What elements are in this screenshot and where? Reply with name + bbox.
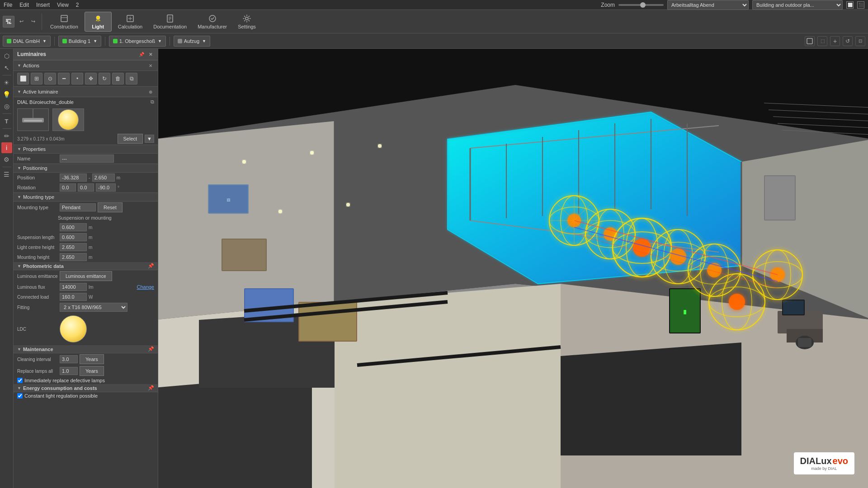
rotation-y-input[interactable] [78, 183, 94, 192]
undo-btn[interactable]: ↩ [16, 17, 26, 27]
luminous-flux-input[interactable] [60, 283, 87, 291]
panel-pin-btn[interactable]: 📌 [138, 51, 145, 58]
lt-list[interactable]: ☰ [1, 169, 12, 180]
select-arrow[interactable]: ▼ [145, 135, 154, 143]
actions-section-header[interactable]: ▼ Actions ✕ [14, 60, 158, 71]
connected-load-label: Connected load [17, 295, 58, 300]
room-selector[interactable]: Aufzug ▼ [174, 36, 210, 47]
positioning-header[interactable]: ▼ Positioning [14, 164, 158, 173]
action-circle-sq[interactable]: ⊙ [44, 73, 56, 84]
active-luminaire-header[interactable]: ▼ Active luminaire ⊕ [14, 86, 158, 97]
fitting-select[interactable]: 2 x T16 80W/965 [60, 303, 127, 312]
lt-edit[interactable]: ✏ [1, 131, 12, 141]
energy-header[interactable]: ▼ Energy consumption and costs 📌 [14, 384, 158, 392]
toolbar-manufacturer[interactable]: Manufacturer [193, 12, 231, 31]
svg-marker-23 [158, 374, 312, 488]
actions-options[interactable]: ✕ [147, 62, 154, 69]
floor-label: 1. Obergeschoß [119, 38, 155, 44]
susp-length-input[interactable] [60, 233, 87, 241]
replace-unit-btn[interactable]: Years [80, 366, 104, 376]
rotation-x-input[interactable] [60, 183, 76, 192]
cleaning-interval-input[interactable] [60, 355, 78, 363]
lt-bulb[interactable]: 💡 [1, 89, 12, 100]
lt-settings[interactable]: ⚙ [1, 154, 12, 165]
defective-lamps-checkbox[interactable] [17, 378, 23, 383]
lt-circle[interactable]: ◎ [1, 101, 12, 112]
panel-close-btn[interactable]: ✕ [147, 51, 154, 58]
maximize-icon[interactable]: ⬛ [857, 1, 864, 9]
building-selector[interactable]: Building 1 ▼ [58, 36, 101, 47]
maintenance-header[interactable]: ▼ Maintenance 📌 [14, 345, 158, 353]
position-y-input[interactable] [92, 174, 115, 182]
add-btn[interactable]: + [830, 36, 840, 46]
lt-text[interactable]: T [1, 116, 12, 127]
luminaire-preview [14, 107, 158, 133]
menu-edit[interactable]: Edit [19, 2, 29, 8]
file-icon[interactable]: 🏗 [3, 16, 14, 28]
menu-view[interactable]: View [57, 2, 69, 8]
lt-select[interactable]: ⬡ [1, 51, 12, 61]
constant-light-row: Constant light regulation possible [14, 392, 158, 399]
measure-btn[interactable]: ⬚ [817, 36, 827, 46]
mounting-height-input[interactable] [60, 253, 87, 261]
window-icon[interactable]: ⬜ [846, 1, 854, 9]
active-luminaire-icon[interactable]: ⊕ [147, 88, 154, 95]
action-copy[interactable]: ⧉ [126, 73, 137, 84]
zoom-slider[interactable] [618, 4, 664, 6]
name-input[interactable] [60, 155, 114, 163]
position-label: Position [17, 175, 58, 180]
photometric-pin[interactable]: 📌 [148, 263, 154, 269]
toolbar-settings[interactable]: Settings [233, 12, 260, 31]
action-move[interactable]: ✥ [85, 73, 97, 84]
connected-load-input[interactable] [60, 293, 87, 301]
reset-button[interactable]: Reset [98, 202, 123, 212]
toolbar-calculation[interactable]: Calculation [113, 12, 147, 31]
lt-info[interactable]: i [1, 142, 12, 153]
action-dot[interactable]: • [71, 73, 83, 84]
maintenance-pin[interactable]: 📌 [148, 346, 154, 352]
energy-label: Energy consumption and costs [23, 385, 97, 391]
luminous-emittance-btn[interactable]: Luminous emittance [60, 271, 112, 281]
viewport[interactable]: 🖼 █ [158, 49, 868, 488]
zoom-thumb[interactable] [640, 2, 646, 8]
mounting-header[interactable]: ▼ Mounting type [14, 192, 158, 202]
luminaire-copy-icon[interactable]: ⧉ [151, 99, 154, 105]
maximize-viewport-btn[interactable]: ⊡ [855, 36, 865, 46]
dial-gmbh-selector[interactable]: DIAL GmbH ▼ [3, 36, 51, 47]
action-delete[interactable]: 🗑 [112, 73, 124, 84]
energy-pin[interactable]: 📌 [148, 385, 154, 391]
light-centre-input[interactable] [60, 243, 87, 251]
action-rotate[interactable]: ↻ [99, 73, 110, 84]
refresh-btn[interactable]: ↺ [843, 36, 853, 46]
mounting-type-input[interactable] [60, 203, 96, 211]
lt-sep-2 [2, 113, 11, 114]
constant-light-checkbox[interactable] [17, 393, 23, 399]
redo-btn[interactable]: ↪ [28, 17, 38, 27]
action-squares[interactable]: ⊞ [31, 73, 42, 84]
position-x-input[interactable] [60, 174, 87, 182]
lt-pointer[interactable]: ↖ [1, 62, 12, 73]
lt-sun[interactable]: ☀ [1, 77, 12, 88]
view-dropdown[interactable]: Building and outdoor pla... [752, 0, 843, 10]
properties-header[interactable]: ▼ Properties [14, 145, 158, 154]
select-button[interactable]: Select [118, 134, 143, 144]
menu-insert[interactable]: Insert [36, 2, 50, 8]
toolbar-light[interactable]: Light [85, 12, 112, 32]
svg-rect-12 [807, 38, 812, 44]
change-link[interactable]: Change [137, 284, 154, 290]
cleaning-unit-btn[interactable]: Years [80, 354, 104, 364]
floor-selector[interactable]: 1. Obergeschoß ▼ [109, 36, 166, 47]
expand-view-btn[interactable] [805, 36, 815, 46]
suspension-input[interactable] [60, 223, 87, 231]
action-square[interactable]: ⬜ [17, 73, 29, 84]
photometric-header[interactable]: ▼ Photometric data 📌 [14, 262, 158, 270]
menu-2[interactable]: 2 [76, 2, 79, 8]
toolbar-documentation[interactable]: Documentation [149, 12, 191, 31]
action-line[interactable]: ━ [58, 73, 70, 84]
menu-file[interactable]: File [4, 2, 12, 8]
scene-dropdown[interactable]: Arbeitsalltag Abend [667, 0, 749, 10]
rotation-z-input[interactable] [96, 183, 116, 192]
replace-lamps-input[interactable] [60, 367, 78, 375]
luminaire-photo [17, 108, 49, 131]
toolbar-construction[interactable]: Construction [46, 12, 83, 31]
